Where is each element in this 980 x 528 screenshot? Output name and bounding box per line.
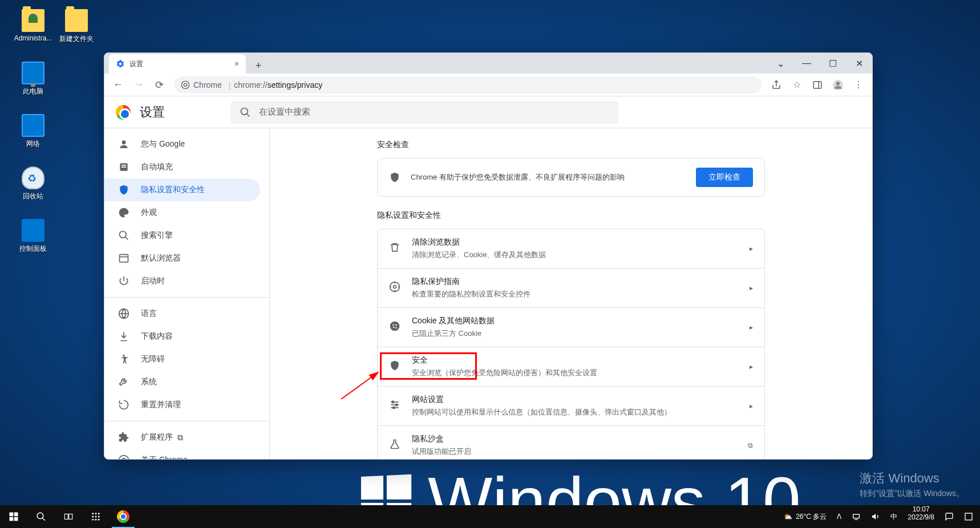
taskview-button[interactable] [55, 505, 82, 528]
share-icon[interactable] [767, 76, 785, 94]
action-center-icon[interactable] [959, 505, 978, 528]
desktop-icon-newfolder[interactable]: 新建文件夹 [55, 9, 98, 44]
ime-indicator[interactable]: 中 [886, 505, 902, 528]
svg-point-31 [396, 404, 398, 405]
svg-line-33 [341, 372, 378, 399]
sidebar-item-chrome[interactable]: 关于 Chrome [104, 449, 269, 459]
sidebar-item-ext[interactable]: 扩展程序⧉ [104, 426, 269, 449]
minimize-button[interactable]: — [793, 53, 820, 74]
sidebar-item-label: 重置并清理 [141, 400, 181, 410]
globe-icon [118, 308, 129, 319]
search-icon [240, 107, 251, 118]
shield-icon [118, 184, 129, 196]
sidebar-item-label: 隐私设置和安全性 [141, 185, 205, 195]
svg-point-48 [92, 519, 94, 521]
sidebar[interactable]: 您与 Google自动填充隐私设置和安全性外观搜索引擎默认浏览器启动时语言下载内… [104, 128, 270, 459]
weather-icon: ⛅ [784, 513, 792, 521]
pc-icon [22, 62, 44, 84]
sidepanel-icon[interactable] [808, 76, 827, 94]
sidebar-item-label: 自动填充 [141, 162, 173, 172]
palette-icon [118, 207, 129, 218]
tray-volume-icon[interactable] [866, 505, 885, 528]
privacy-row-shield[interactable]: 安全安全浏览（保护您免受危险网站的侵害）和其他安全设置▸ [378, 347, 764, 386]
close-button[interactable]: ✕ [846, 53, 872, 74]
row-desc: 检查重要的隐私控制设置和安全控件 [412, 289, 750, 299]
svg-point-30 [392, 401, 394, 403]
external-icon: ⧉ [177, 433, 183, 442]
sidebar-item-palette[interactable]: 外观 [104, 201, 269, 224]
start-button[interactable] [0, 505, 27, 528]
folder-icon [22, 9, 44, 32]
taskbar: ⛅ 26°C 多云 ᐱ 中 10:07 2022/9/8 [0, 505, 980, 528]
menu-icon[interactable]: ⋮ [849, 76, 868, 94]
desktop-icon-admin[interactable]: Administra... [11, 9, 55, 42]
star-icon[interactable]: ☆ [788, 76, 806, 94]
weather-widget[interactable]: ⛅ 26°C 多云 [779, 505, 831, 528]
notification-icon[interactable] [940, 505, 958, 528]
sidebar-item-a11y[interactable]: 无障碍 [104, 348, 269, 371]
folder-icon [65, 9, 88, 32]
person-icon [118, 139, 129, 150]
desktop-icon-controlpanel[interactable]: 控制面板 [11, 219, 55, 254]
caret-down-icon[interactable]: ⌄ [767, 53, 793, 74]
apps-button[interactable] [82, 505, 110, 528]
privacy-row-guide[interactable]: 隐私保护指南检查重要的隐私控制设置和安全控件▸ [378, 268, 764, 307]
forward-button[interactable]: → [129, 76, 148, 94]
sidebar-item-shield[interactable]: 隐私设置和安全性 [104, 178, 260, 201]
privacy-row-cookie[interactable]: Cookie 及其他网站数据已阻止第三方 Cookie▸ [378, 307, 764, 347]
sidebar-item-download[interactable]: 下载内容 [104, 325, 269, 348]
wrench-icon [118, 376, 129, 388]
search-input[interactable]: 在设置中搜索 [230, 101, 618, 124]
privacy-row-tune[interactable]: 网站设置控制网站可以使用和显示什么信息（如位置信息、摄像头、弹出式窗口及其他）▸ [378, 386, 764, 425]
reload-button[interactable]: ⟳ [150, 76, 168, 94]
tab-close-icon[interactable]: × [234, 59, 239, 68]
chrome-badge: Chrome [181, 80, 222, 90]
sidebar-item-reset[interactable]: 重置并清理 [104, 393, 269, 416]
sidebar-item-power[interactable]: 启动时 [104, 270, 269, 293]
privacy-row-flask[interactable]: 隐私沙盒试用版功能已开启⧉ [378, 425, 764, 459]
tab-settings[interactable]: 设置 × [109, 54, 246, 74]
svg-point-45 [92, 516, 94, 518]
privacy-row-trash[interactable]: 清除浏览数据清除浏览记录、Cookie、缓存及其他数据▸ [378, 229, 764, 268]
sidebar-item-autofill[interactable]: 自动填充 [104, 156, 269, 178]
row-desc: 试用版功能已开启 [412, 446, 748, 457]
svg-point-18 [123, 355, 124, 356]
desktop-icon-pc[interactable]: 此电脑 [11, 62, 55, 96]
svg-point-5 [836, 82, 840, 86]
shield-icon [389, 172, 400, 183]
sidebar-item-person[interactable]: 您与 Google [104, 133, 269, 156]
back-button[interactable]: ← [109, 76, 127, 94]
guide-icon [389, 281, 400, 295]
sidebar-item-browser[interactable]: 默认浏览器 [104, 247, 269, 270]
address-bar[interactable]: Chrome | chrome://settings/privacy [174, 76, 762, 94]
weather-text: 26°C 多云 [796, 512, 827, 522]
tray-network-icon[interactable] [847, 505, 865, 528]
chevron-right-icon: ▸ [750, 284, 753, 292]
sidebar-item-label: 系统 [141, 377, 157, 387]
sidebar-item-globe[interactable]: 语言 [104, 302, 269, 325]
chrome-icon [118, 454, 129, 459]
svg-point-50 [98, 519, 100, 521]
ext-icon [118, 432, 129, 443]
profile-icon[interactable] [829, 76, 847, 94]
maximize-button[interactable]: ☐ [820, 53, 846, 74]
desktop-icon-recyclebin[interactable]: 回收站 [11, 166, 55, 201]
tab-strip: 设置 × + ⌄ — ☐ ✕ [104, 53, 872, 74]
sidebar-item-search[interactable]: 搜索引擎 [104, 224, 269, 247]
row-title: Cookie 及其他网站数据 [412, 316, 750, 326]
svg-rect-40 [64, 514, 68, 519]
new-tab-button[interactable]: + [250, 58, 266, 74]
taskbar-chrome[interactable] [110, 505, 137, 528]
check-now-button[interactable]: 立即检查 [696, 168, 753, 187]
search-button[interactable] [27, 505, 55, 528]
svg-point-6 [241, 108, 248, 115]
tray-chevron[interactable]: ᐱ [832, 505, 846, 528]
sidebar-item-label: 搜索引擎 [141, 230, 173, 241]
privacy-list: 清除浏览数据清除浏览记录、Cookie、缓存及其他数据▸隐私保护指南检查重要的隐… [377, 229, 765, 459]
clock[interactable]: 10:07 2022/9/8 [903, 505, 939, 528]
sidebar-item-label: 无障碍 [141, 354, 165, 364]
svg-line-7 [247, 113, 250, 116]
main-content[interactable]: 安全检查 Chrome 有助于保护您免受数据泄露、不良扩展程序等问题的影响 立即… [270, 128, 872, 459]
desktop-icon-network[interactable]: 网络 [11, 114, 55, 149]
sidebar-item-wrench[interactable]: 系统 [104, 371, 269, 393]
